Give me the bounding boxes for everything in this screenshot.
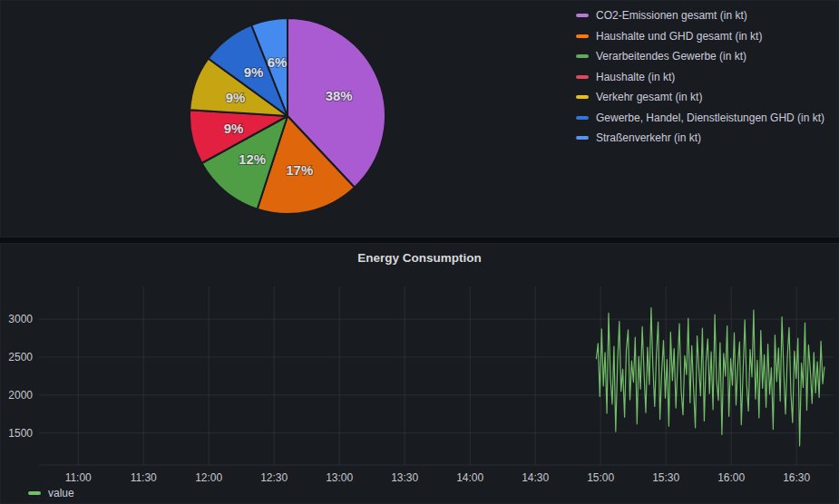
legend-item-label: Straßenverkehr (in kt) [596,131,701,144]
legend-item-label: Haushalte (in kt) [596,71,675,83]
legend-swatch [576,95,589,99]
legend-swatch [576,34,589,38]
pie-slice-percent-label: 9% [226,90,246,105]
series-legend-swatch [28,491,41,495]
timeseries-chart[interactable]: 150020002500300011:0011:3012:0012:3013:0… [1,244,839,504]
pie-legend: CO2-Emissionen gesamt (in kt)Haushalte u… [576,5,824,149]
x-axis-tick-label: 12:00 [195,471,222,484]
pie-slice-percent-label: 9% [224,121,244,136]
x-axis-tick-label: 11:30 [131,471,157,484]
pie-slice-percent-label: 6% [268,54,288,70]
legend-swatch [576,75,589,79]
legend-item[interactable]: Verarbeitendes Gewerbe (in kt) [576,46,824,67]
x-axis-tick-label: 16:00 [717,471,745,484]
x-axis-tick-label: 14:00 [456,471,483,484]
y-axis-tick-label: 2500 [8,351,33,363]
pie-slice-percent-label: 17% [286,162,313,178]
legend-item[interactable]: CO2-Emissionen gesamt (in kt) [576,5,824,26]
series-legend-label: value [48,487,74,499]
series-line-value[interactable] [596,308,824,447]
legend-item-label: Gewerbe, Handel, Dienstleistungen GHD (i… [596,111,824,124]
legend-item-label: CO2-Emissionen gesamt (in kt) [596,9,747,22]
x-axis-tick-label: 16:30 [783,471,810,484]
pie-slice-percent-label: 9% [244,64,264,80]
x-axis-tick-label: 14:30 [522,471,549,484]
pie-slice-percent-label: 12% [239,151,266,167]
x-axis-tick-label: 15:30 [652,471,679,484]
x-axis-tick-label: 13:00 [326,471,353,484]
pie-slice-percent-label: 38% [326,88,353,103]
legend-item[interactable]: Haushalte (in kt) [576,67,824,88]
x-axis-tick-label: 11:00 [65,471,92,484]
y-axis-tick-label: 2000 [8,389,33,402]
legend-item[interactable]: Verkehr gesamt (in kt) [576,87,824,108]
legend-item-label: Verkehr gesamt (in kt) [596,91,702,103]
legend-swatch [576,116,589,120]
legend-item[interactable]: Haushalte und GHD gesamt (in kt) [576,26,824,47]
dashboard: 38%17%12%9%9%9%6% CO2-Emissionen gesamt … [0,0,839,504]
series-legend-item[interactable]: value [28,487,74,499]
y-axis-tick-label: 3000 [8,313,33,325]
pie-panel: 38%17%12%9%9%9%6% CO2-Emissionen gesamt … [0,0,839,237]
x-axis-tick-label: 13:30 [391,471,418,484]
legend-swatch [576,136,589,140]
pie-chart[interactable]: 38%17%12%9%9%9%6% [1,1,572,238]
x-axis-tick-label: 15:00 [587,471,614,484]
timeseries-panel: Energy Consumption 150020002500300011:00… [0,243,839,504]
legend-item-label: Verarbeitendes Gewerbe (in kt) [596,50,746,63]
legend-swatch [576,14,589,17]
legend-item[interactable]: Straßenverkehr (in kt) [576,128,824,149]
y-axis-tick-label: 1500 [8,427,33,440]
legend-item[interactable]: Gewerbe, Handel, Dienstleistungen GHD (i… [576,108,824,129]
x-axis-tick-label: 12:30 [260,471,288,484]
legend-swatch [576,54,589,58]
legend-item-label: Haushalte und GHD gesamt (in kt) [596,30,762,43]
